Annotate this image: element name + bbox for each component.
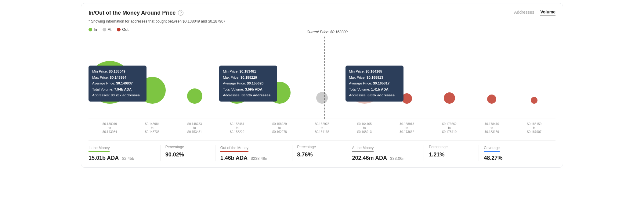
tooltip-col6-line1: Min Price: $0.164165 [349, 69, 400, 75]
footer-at-pct: 1.21% [429, 152, 474, 158]
current-price-label: Current Price: $0.163300 [307, 30, 348, 34]
footer-at-value: 202.46m ADA [352, 155, 387, 161]
current-price-line: Current Price: $0.163300 [324, 37, 325, 119]
tooltip-col6-line5: Addresses: 8.83k addresses [349, 92, 400, 98]
footer-at-pct-section: Percentage 1.21% [424, 145, 479, 161]
help-icon[interactable]: ? [178, 10, 183, 16]
footer-out-of-money: Out of the Money 1.46b ADA $238.48m [215, 145, 292, 161]
tab-addresses[interactable]: Addresses [514, 9, 534, 16]
x-label-9: $0.178410to$0.183159 [471, 122, 513, 134]
tooltip-col6-line2: Max Price: $0.168913 [349, 75, 400, 81]
x-label-4: $0.158229to$0.162978 [258, 122, 301, 134]
x-label-5: $0.162978to$0.164165 [301, 122, 343, 134]
footer-out-pct: 8.76% [297, 152, 342, 158]
legend-dot-at [103, 28, 106, 31]
x-label-1: $0.143984to$0.148733 [131, 122, 173, 134]
tooltip-col3-line5: Addresses: 36.52k addresses [223, 92, 273, 98]
subtitle: * Showing information for addresses that… [89, 19, 555, 23]
legend-in: In [89, 27, 97, 32]
tooltip-col6-line4: Total Volume: 1.41b ADA [349, 87, 400, 93]
tab-volume[interactable]: Volume [540, 9, 555, 16]
card-header: In/Out of the Money Around Price ? Addre… [89, 9, 555, 16]
x-axis: $0.138049to$0.143984 $0.143984to$0.14873… [89, 122, 555, 134]
footer-in-value: 15.01b ADA [89, 155, 119, 161]
bubble-col-2 [173, 43, 216, 104]
footer-out-value: 1.46b ADA [220, 155, 248, 161]
tooltip-col0-line4: Total Volume: 7.94b ADA [92, 87, 143, 93]
tooltip-col0: Min Price: $0.138049 Max Price: $0.14398… [89, 66, 147, 102]
tooltip-col3-line1: Min Price: $0.153481 [223, 69, 273, 75]
x-label-7: $0.168913to$0.173662 [386, 122, 428, 134]
footer-in-secondary: $2.45b [122, 156, 134, 161]
x-label-2: $0.148733to$0.153481 [173, 122, 216, 134]
x-label-3: $0.153481to$0.158229 [216, 122, 258, 134]
footer-at-pct-label: Percentage [429, 145, 474, 150]
tooltip-col0-line3: Average Price: $0.140837 [92, 81, 143, 87]
footer-coverage-pct: 48.27% [484, 155, 502, 161]
legend-label-at: At [108, 27, 111, 32]
bubble-10 [531, 97, 537, 104]
main-card: In/Out of the Money Around Price ? Addre… [81, 3, 563, 168]
legend-label-out: Out [122, 27, 128, 32]
legend-label-in: In [94, 27, 97, 32]
footer-out-pct-label: Percentage [297, 145, 342, 150]
footer-in-label: In the Money [89, 146, 110, 152]
bubble-col-8 [428, 43, 471, 104]
x-label-0: $0.138049to$0.143984 [89, 122, 131, 134]
bubble-col-9 [471, 43, 513, 104]
tooltip-col3-line2: Max Price: $0.158229 [223, 75, 273, 81]
footer-coverage: Coverage 48.27% [479, 145, 555, 161]
footer-out-label: Out of the Money [220, 146, 248, 152]
tooltip-col0-line2: Max Price: $0.143984 [92, 75, 143, 81]
footer-out-pct-section: Percentage 8.76% [292, 145, 347, 161]
header-tabs: Addresses Volume [514, 9, 555, 16]
bubble-8 [444, 92, 455, 104]
footer-at-label: At the Money [352, 146, 374, 152]
bubble-9 [487, 95, 496, 104]
footer-in-pct-label: Percentage [165, 145, 210, 150]
x-label-10: $0.183159to$0.187907 [513, 122, 555, 134]
bubble-5 [316, 92, 328, 104]
bubble-col-10 [513, 43, 555, 104]
bubble-2 [187, 88, 202, 104]
bubbles-container [89, 37, 555, 104]
footer-in-the-money: In the Money 15.01b ADA $2.45b [89, 145, 161, 161]
footer-in-pct: 90.02% [165, 152, 210, 158]
tooltip-col3-line3: Average Price: $0.155620 [223, 81, 273, 87]
legend-out: Out [117, 27, 128, 32]
tooltip-col3: Min Price: $0.153481 Max Price: $0.15822… [219, 66, 277, 102]
footer-stats: In the Money 15.01b ADA $2.45b Percentag… [89, 140, 555, 161]
legend-dot-in [89, 28, 92, 31]
header-left: In/Out of the Money Around Price ? [89, 10, 183, 16]
bubble-col-5 [301, 43, 343, 104]
legend-dot-out [117, 28, 121, 31]
tooltip-col0-line5: Addresses: 83.26k addresses [92, 92, 143, 98]
footer-out-secondary: $238.48m [251, 156, 269, 161]
legend-at: At [103, 27, 111, 32]
page-title: In/Out of the Money Around Price [89, 10, 175, 16]
x-label-6: $0.164165to$0.168913 [343, 122, 386, 134]
footer-at-the-money: At the Money 202.46m ADA $33.06m [347, 145, 424, 161]
x-label-8: $0.173662to$0.178410 [428, 122, 471, 134]
tooltip-col3-line4: Total Volume: 3.59b ADA [223, 87, 273, 93]
footer-coverage-label: Coverage [484, 146, 500, 152]
footer-in-pct-section: Percentage 90.02% [161, 145, 215, 161]
chart-area: Current Price: $0.163300 Min Price: $0.1… [89, 37, 555, 119]
tooltip-col6-line3: Average Price: $0.165817 [349, 81, 400, 87]
tooltip-col6: Min Price: $0.164165 Max Price: $0.16891… [346, 66, 403, 102]
footer-at-secondary: $33.06m [390, 156, 406, 161]
tooltip-col0-line1: Min Price: $0.138049 [92, 69, 143, 75]
